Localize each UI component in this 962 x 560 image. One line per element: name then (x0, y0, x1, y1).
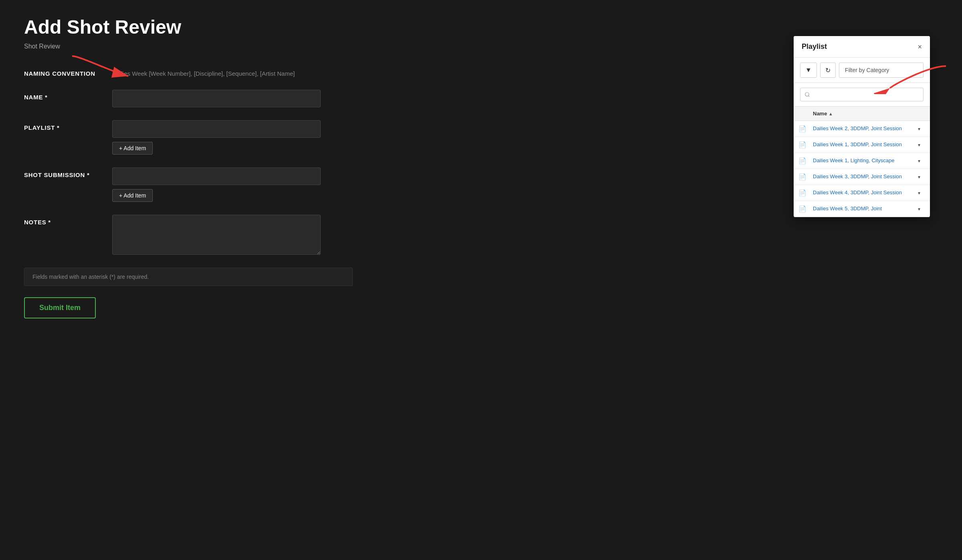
chevron-down-icon: ▾ (913, 158, 925, 164)
playlist-panel: Playlist × ▼ ↻ Filter by Category Name ▲… (794, 36, 930, 217)
list-item[interactable]: 📄 Dailies Week 4, 3DDMP, Joint Session ▾ (794, 185, 930, 201)
chevron-down-icon: ▾ (913, 206, 925, 212)
chevron-down-icon: ▾ (913, 142, 925, 148)
naming-convention-value: Dailies Week [Week Number], [Discipline]… (112, 66, 295, 77)
name-label: NAME * (24, 90, 112, 101)
list-item[interactable]: 📄 Dailies Week 3, 3DDMP, Joint Session ▾ (794, 169, 930, 185)
list-item[interactable]: 📄 Dailies Week 1, Lighting, Cityscape ▾ (794, 153, 930, 169)
playlist-field-group: + Add Item (112, 120, 321, 155)
page-title: Add Shot Review (24, 16, 938, 38)
submit-button[interactable]: Submit Item (24, 297, 96, 318)
file-icon: 📄 (798, 173, 813, 181)
file-icon: 📄 (798, 141, 813, 149)
search-input[interactable] (800, 88, 924, 101)
add-item-button-2[interactable]: + Add Item (112, 189, 153, 202)
table-header: Name ▲ (794, 107, 930, 121)
shot-submission-row: SHOT SUBMISSION * + Add Item (24, 167, 353, 202)
naming-convention-label: NAMING CONVENTION (24, 66, 112, 77)
panel-close-button[interactable]: × (918, 43, 922, 50)
playlist-items-list: 📄 Dailies Week 2, 3DDMP, Joint Session ▾… (794, 121, 930, 217)
required-note: Fields marked with an asterisk (*) are r… (24, 268, 353, 286)
chevron-down-icon: ▾ (913, 174, 925, 180)
sort-icon: ▲ (829, 111, 833, 116)
chevron-down-icon: ▾ (913, 190, 925, 196)
add-item-label-1: + Add Item (119, 145, 146, 151)
panel-title: Playlist (802, 42, 827, 51)
shot-submission-label: SHOT SUBMISSION * (24, 167, 112, 178)
search-area (794, 83, 930, 107)
item-name: Dailies Week 4, 3DDMP, Joint Session (813, 189, 913, 196)
playlist-input[interactable] (112, 120, 321, 138)
filter-by-category-button[interactable]: Filter by Category (839, 62, 924, 78)
list-item[interactable]: 📄 Dailies Week 5, 3DDMP, Joint ▾ (794, 201, 930, 217)
add-item-button-1[interactable]: + Add Item (112, 142, 153, 155)
list-item[interactable]: 📄 Dailies Week 2, 3DDMP, Joint Session ▾ (794, 121, 930, 137)
list-item[interactable]: 📄 Dailies Week 1, 3DDMP, Joint Session ▾ (794, 137, 930, 153)
refresh-button[interactable]: ↻ (820, 62, 836, 78)
filter-button[interactable]: ▼ (800, 62, 817, 78)
item-name: Dailies Week 2, 3DDMP, Joint Session (813, 125, 913, 132)
file-icon: 📄 (798, 189, 813, 197)
shot-submission-input[interactable] (112, 167, 321, 185)
file-icon: 📄 (798, 125, 813, 133)
name-row: NAME * (24, 90, 353, 107)
file-icon: 📄 (798, 157, 813, 165)
notes-row: NOTES * (24, 215, 353, 255)
item-name: Dailies Week 5, 3DDMP, Joint (813, 205, 913, 212)
name-input[interactable] (112, 90, 321, 107)
shot-submission-field-group: + Add Item (112, 167, 321, 202)
panel-toolbar: ▼ ↻ Filter by Category (794, 58, 930, 83)
table-header-name: Name ▲ (813, 111, 913, 117)
chevron-down-icon: ▾ (913, 126, 925, 132)
notes-textarea[interactable] (112, 215, 321, 255)
panel-header: Playlist × (794, 36, 930, 58)
main-form: NAMING CONVENTION Dailies Week [Week Num… (24, 66, 353, 255)
item-name: Dailies Week 3, 3DDMP, Joint Session (813, 173, 913, 180)
notes-label: NOTES * (24, 215, 112, 226)
item-name: Dailies Week 1, 3DDMP, Joint Session (813, 141, 913, 148)
playlist-row: PLAYLIST * + Add Item (24, 120, 353, 155)
item-name: Dailies Week 1, Lighting, Cityscape (813, 157, 913, 164)
naming-convention-row: NAMING CONVENTION Dailies Week [Week Num… (24, 66, 353, 77)
playlist-label: PLAYLIST * (24, 120, 112, 131)
file-icon: 📄 (798, 205, 813, 213)
add-item-label-2: + Add Item (119, 192, 146, 199)
